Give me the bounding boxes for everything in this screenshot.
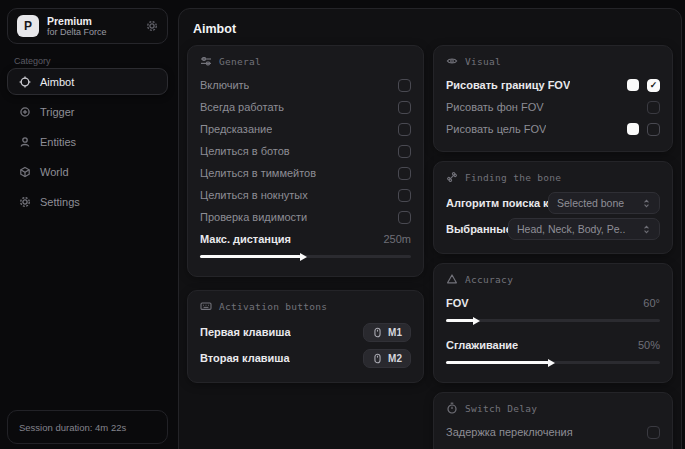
slider-thumb[interactable] xyxy=(548,359,555,367)
toggle-row: Задержка переключения xyxy=(446,421,660,443)
brand-box: P Premium for Delta Force xyxy=(7,8,168,44)
toggle-label: Всегда работать xyxy=(200,101,284,113)
toggle-row: Проверка видимости xyxy=(200,206,411,228)
color-swatch[interactable] xyxy=(627,123,639,135)
toggle-row: Целиться в тиммейтов xyxy=(200,162,411,184)
page-title: Aimbot xyxy=(193,22,236,36)
toggle-label: Проверка видимости xyxy=(200,211,307,223)
max-distance-slider[interactable] xyxy=(200,255,411,258)
sidebar: P Premium for Delta Force Category xyxy=(0,0,178,449)
sidebar-item-label: Entities xyxy=(40,136,76,148)
card-activation-header: Activation buttons xyxy=(200,300,411,312)
slider-thumb[interactable] xyxy=(473,317,480,325)
toggle-row: Целиться в ботов xyxy=(200,140,411,162)
bone-row: Выбранные кости Head, Neck, Body, Pe.. xyxy=(446,216,660,242)
card-title: Visual xyxy=(465,56,501,67)
slider-row: Сглаживание 50% xyxy=(446,334,660,356)
keybind-value: M1 xyxy=(388,327,402,338)
checkbox[interactable] xyxy=(398,211,411,224)
visual-controls xyxy=(627,123,660,136)
keybind-button-primary[interactable]: M1 xyxy=(363,323,411,342)
checkbox[interactable] xyxy=(398,167,411,180)
brand-texts: Premium for Delta Force xyxy=(47,15,107,37)
visual-label: Рисовать цель FOV xyxy=(446,123,546,135)
visual-row: Рисовать фон FOV xyxy=(446,96,660,118)
checkbox[interactable] xyxy=(398,79,411,92)
checkbox[interactable] xyxy=(398,101,411,114)
smoothing-slider[interactable] xyxy=(446,361,660,364)
toggle-label: Задержка переключения xyxy=(446,426,573,438)
session-box: Session duration: 4m 22s xyxy=(7,410,168,444)
card-general-header: General xyxy=(200,55,411,67)
checkbox[interactable] xyxy=(398,145,411,158)
chevron-up-down-icon xyxy=(642,198,651,209)
left-column: General Включить Всегда работать Предска… xyxy=(187,45,424,396)
session-duration: Session duration: 4m 22s xyxy=(19,422,126,433)
sidebar-nav: Aimbot Trigger Entities xyxy=(7,68,168,215)
slider-value: 250m xyxy=(383,233,411,245)
sidebar-item-label: Trigger xyxy=(40,106,74,118)
mouse-icon xyxy=(372,353,383,364)
sidebar-item-entities[interactable]: Entities xyxy=(7,128,168,155)
settings-gear-icon xyxy=(19,196,31,208)
world-icon xyxy=(19,166,31,178)
toggle-label: Предсказание xyxy=(200,123,272,135)
keybind-button-secondary[interactable]: M2 xyxy=(363,349,411,368)
right-column: Visual Рисовать границу FOV Рисовать фон… xyxy=(433,45,673,449)
slider-thumb[interactable] xyxy=(300,253,307,261)
checkbox[interactable] xyxy=(398,123,411,136)
checkbox[interactable] xyxy=(647,79,660,92)
sidebar-item-world[interactable]: World xyxy=(7,158,168,185)
card-title: Accuracy xyxy=(465,274,513,285)
sidebar-item-aimbot[interactable]: Aimbot xyxy=(7,68,168,95)
fov-slider[interactable] xyxy=(446,319,660,322)
timer-icon xyxy=(446,402,458,414)
slider-label: FOV xyxy=(446,297,469,309)
toggle-label: Целиться в ботов xyxy=(200,145,290,157)
bone-label: Алгоритм поиска кости xyxy=(446,197,548,209)
sliders-icon xyxy=(200,55,212,67)
sidebar-item-settings[interactable]: Settings xyxy=(7,188,168,215)
card-visual-header: Visual xyxy=(446,55,660,67)
keybind-label: Вторая клавиша xyxy=(200,352,290,364)
trigger-icon xyxy=(19,106,31,118)
checkbox[interactable] xyxy=(398,189,411,202)
slider-label: Сглаживание xyxy=(446,339,518,351)
card-bone-header: Finding the bone xyxy=(446,171,660,183)
eye-icon xyxy=(446,55,458,67)
slider-label: Макс. дистанция xyxy=(200,233,291,245)
sidebar-item-trigger[interactable]: Trigger xyxy=(7,98,168,125)
slider-value: 60° xyxy=(643,297,660,309)
visual-row: Рисовать границу FOV xyxy=(446,74,660,96)
triangle-icon xyxy=(446,273,458,285)
bone-algorithm-value: Selected bone xyxy=(557,197,624,209)
card-finding-bone: Finding the bone Алгоритм поиска кости S… xyxy=(433,161,673,254)
card-title: Switch Delay xyxy=(465,403,537,414)
brand-title: Premium xyxy=(47,15,107,27)
color-swatch[interactable] xyxy=(627,79,639,91)
sidebar-item-label: World xyxy=(40,166,69,178)
card-accuracy-header: Accuracy xyxy=(446,273,660,285)
visual-row: Рисовать цель FOV xyxy=(446,118,660,140)
crosshair-icon xyxy=(19,76,31,88)
brand-subtitle: for Delta Force xyxy=(47,27,107,37)
gear-icon[interactable] xyxy=(146,20,158,32)
app-window: P Premium for Delta Force Category xyxy=(0,0,685,449)
entities-icon xyxy=(19,136,31,148)
toggle-label: Целиться в тиммейтов xyxy=(200,167,316,179)
checkbox[interactable] xyxy=(647,123,660,136)
selected-bones-select[interactable]: Head, Neck, Body, Pe.. xyxy=(508,218,660,240)
card-general: General Включить Всегда работать Предска… xyxy=(187,45,424,277)
sidebar-item-label: Aimbot xyxy=(40,76,74,88)
checkbox[interactable] xyxy=(647,101,660,114)
keybind-row: Первая клавиша M1 xyxy=(200,319,411,345)
bone-row: Алгоритм поиска кости Selected bone xyxy=(446,190,660,216)
selected-bones-value: Head, Neck, Body, Pe.. xyxy=(517,223,625,235)
keyboard-icon xyxy=(200,300,212,312)
card-visual: Visual Рисовать границу FOV Рисовать фон… xyxy=(433,45,673,152)
bone-algorithm-select[interactable]: Selected bone xyxy=(548,192,660,214)
bone-label: Выбранные кости xyxy=(446,223,508,235)
card-activation-buttons: Activation buttons Первая клавиша M1 xyxy=(187,290,424,383)
checkbox[interactable] xyxy=(647,426,660,439)
slider-value: 50% xyxy=(638,339,660,351)
